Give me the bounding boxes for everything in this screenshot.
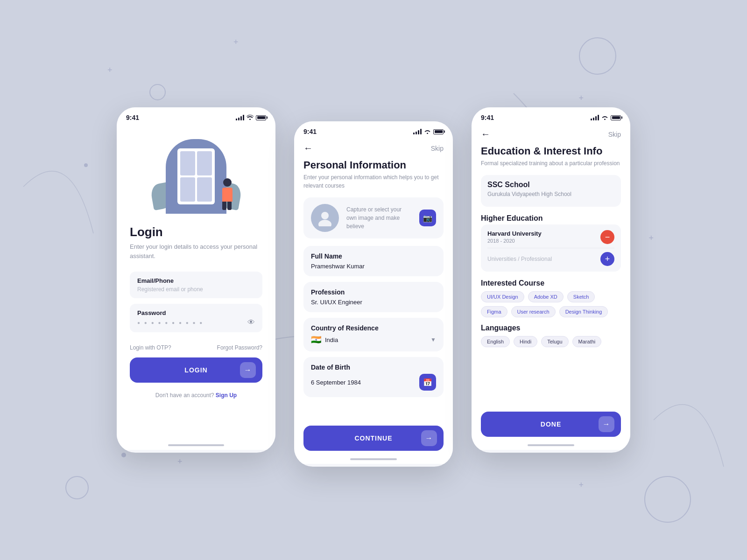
person-body [222, 188, 233, 202]
battery-icon-2 [433, 129, 444, 134]
course-tag[interactable]: Figma [481, 306, 507, 317]
add-university-button[interactable]: + [600, 252, 614, 266]
email-input-group[interactable]: Email/Phone Registered email or phone [130, 272, 262, 298]
status-bar-2: 9:41 [294, 121, 453, 139]
signal-icon-3 [591, 115, 599, 120]
door-pane-1 [180, 151, 195, 175]
password-label: Password [137, 309, 255, 316]
higher-ed-section: Higher Education Harvard University 2018… [481, 214, 621, 272]
door-pane-3 [180, 177, 195, 202]
india-flag-icon: 🇮🇳 [311, 335, 321, 345]
login-button[interactable]: LOGIN → [130, 357, 262, 383]
education-content: ← Skip Education & Interest Info Formal … [472, 125, 630, 450]
status-time-1: 9:41 [126, 114, 139, 121]
fullname-card[interactable]: Full Name Prameshwar Kumar [303, 246, 444, 276]
language-tag[interactable]: English [481, 336, 510, 347]
calendar-button[interactable]: 📅 [419, 374, 436, 391]
fullname-value: Prameshwar Kumar [311, 263, 436, 270]
eye-icon[interactable]: 👁 [247, 318, 255, 327]
add-university-row[interactable]: Universities / Professional + [487, 252, 614, 266]
nav-bar-3: ← Skip [472, 125, 630, 145]
login-title: Login [130, 225, 262, 239]
profession-card[interactable]: Profession Sr. UI/UX Engineer [303, 282, 444, 312]
ssc-title: SSC School [487, 181, 614, 189]
page-title-2: Personal Information [303, 159, 444, 171]
status-icons-1 [236, 114, 266, 121]
scroll-content-2[interactable]: Capture or select your own image and mak… [294, 197, 453, 420]
course-tag[interactable]: User research [511, 306, 556, 317]
login-button-label: LOGIN [184, 366, 207, 374]
avatar-section[interactable]: Capture or select your own image and mak… [303, 197, 444, 238]
password-input-group[interactable]: Password ● ● ● ● ● ● ● ● ● ● 👁 [130, 304, 262, 332]
language-tag[interactable]: Marathi [572, 336, 602, 347]
avatar-instruction: Capture or select your own image and mak… [346, 205, 412, 231]
country-label: Country of Residence [311, 324, 436, 332]
status-bar-1: 9:41 [117, 107, 275, 125]
status-bar-3: 9:41 [472, 107, 630, 125]
door-decoration [166, 139, 226, 214]
page-header-3: Education & Interest Info Formal special… [472, 145, 630, 175]
illustration-area [149, 130, 243, 214]
personal-info-content: ← Skip Personal Information Enter your p… [294, 139, 453, 464]
add-university-placeholder: Universities / Professional [487, 256, 552, 262]
battery-icon-1 [256, 115, 266, 120]
dob-value: 6 September 1984 [311, 379, 361, 386]
skip-button-3[interactable]: Skip [608, 131, 621, 138]
course-tag[interactable]: Design Thinking [559, 306, 608, 317]
country-card[interactable]: Country of Residence 🇮🇳 India ▼ [303, 318, 444, 351]
status-icons-2 [413, 128, 444, 135]
higher-ed-title: Higher Education [481, 214, 621, 223]
dob-card[interactable]: Date of Birth 6 September 1984 📅 [303, 357, 444, 397]
done-label: DONE [541, 420, 561, 428]
door-pane-2 [197, 151, 212, 175]
avatar-circle [311, 204, 339, 232]
wifi-icon-1 [247, 114, 254, 121]
phone-login: 9:41 [117, 107, 275, 453]
phone-education: 9:41 ← Skip [472, 107, 630, 453]
done-button[interactable]: DONE → [481, 412, 621, 437]
continue-button[interactable]: CONTINUE → [303, 426, 444, 451]
back-button-3[interactable]: ← [481, 129, 490, 140]
edu-divider [487, 248, 614, 248]
door-frame [177, 148, 215, 204]
status-time-3: 9:41 [481, 114, 494, 121]
education-scroll[interactable]: SSC School Gurukula Vidyapeeth High Scho… [472, 175, 630, 406]
login-illustration [130, 130, 262, 214]
university-years: 2018 - 2020 [487, 238, 542, 244]
chevron-down-icon: ▼ [430, 336, 436, 343]
language-tag[interactable]: Hindi [514, 336, 537, 347]
course-tag[interactable]: UI/UX Design [481, 291, 524, 302]
education-subtitle: Formal specialized training about a part… [481, 159, 621, 168]
svg-point-0 [321, 212, 329, 219]
fullname-label: Full Name [311, 252, 436, 260]
done-arrow-icon: → [599, 416, 614, 432]
skip-button-2[interactable]: Skip [431, 145, 444, 152]
interested-title: Interested Course [481, 279, 621, 287]
course-tag[interactable]: Adobe XD [528, 291, 564, 302]
camera-button[interactable]: 📷 [419, 210, 436, 226]
languages-section: Languages EnglishHindiTeluguMarathi [481, 324, 621, 347]
signup-link[interactable]: Sign Up [216, 392, 237, 399]
remove-university-button[interactable]: − [600, 230, 614, 244]
login-options: Login with OTP? Forgot Password? [130, 344, 262, 351]
university-name: Harvard University [487, 230, 542, 237]
person-leg-left [222, 202, 226, 210]
language-tag[interactable]: Telugu [541, 336, 568, 347]
nav-bar-2: ← Skip [294, 139, 453, 159]
signup-row: Don't have an account? Sign Up [130, 392, 262, 399]
wifi-icon-3 [601, 114, 608, 121]
back-button-2[interactable]: ← [303, 143, 313, 154]
phones-container: 9:41 [117, 93, 630, 467]
forgot-password[interactable]: Forgot Password? [217, 344, 262, 351]
profession-label: Profession [311, 288, 436, 296]
dob-row: 6 September 1984 📅 [311, 374, 436, 391]
otp-option[interactable]: Login with OTP? [130, 344, 171, 351]
wifi-icon-2 [424, 128, 431, 135]
dob-label: Date of Birth [311, 364, 436, 371]
home-indicator-2 [350, 458, 397, 460]
course-tag[interactable]: Sketch [567, 291, 595, 302]
svg-point-1 [318, 220, 331, 226]
country-value: India [325, 336, 338, 343]
page-header-2: Personal Information Enter your personal… [294, 159, 453, 197]
signal-icon-2 [413, 129, 422, 134]
